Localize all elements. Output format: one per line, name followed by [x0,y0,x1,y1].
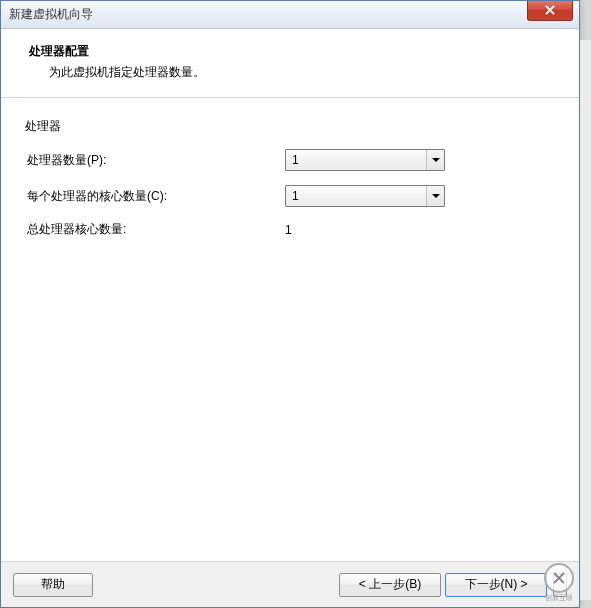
close-icon [544,5,556,15]
close-button[interactable] [527,1,573,21]
select-wrap-processor-count: 1 [285,149,445,171]
row-cores-per-processor: 每个处理器的核心数量(C): 1 [25,185,555,207]
header-panel: 处理器配置 为此虚拟机指定处理器数量。 [1,29,579,98]
row-total-cores: 总处理器核心数量: 1 [25,221,555,238]
select-value: 1 [292,189,299,203]
label-processor-count: 处理器数量(P): [27,152,285,169]
label-total-cores: 总处理器核心数量: [27,221,285,238]
group-label: 处理器 [25,118,555,135]
select-processor-count[interactable]: 1 [285,149,445,171]
select-cores-per-processor[interactable]: 1 [285,185,445,207]
button-label: < 上一步(B) [359,576,421,593]
select-wrap-cores-per-processor: 1 [285,185,445,207]
button-label: 下一步(N) > [465,576,528,593]
titlebar: 新建虚拟机向导 [1,1,579,29]
back-button[interactable]: < 上一步(B) [339,573,441,597]
partial-button[interactable] [553,573,567,597]
content-area: 处理器 处理器数量(P): 1 每个处理器的核心数量(C): 1 总处理器核心数… [1,98,579,538]
value-total-cores: 1 [285,223,292,237]
page-title: 处理器配置 [29,43,559,60]
button-label: 帮助 [41,576,65,593]
label-cores-per-processor: 每个处理器的核心数量(C): [27,188,285,205]
help-button[interactable]: 帮助 [13,573,93,597]
next-button[interactable]: 下一步(N) > [445,573,547,597]
select-value: 1 [292,153,299,167]
page-subtitle: 为此虚拟机指定处理器数量。 [29,64,559,81]
footer: 帮助 < 上一步(B) 下一步(N) > [1,561,579,607]
window-title: 新建虚拟机向导 [9,6,93,23]
wizard-window: 新建虚拟机向导 处理器配置 为此虚拟机指定处理器数量。 处理器 处理器数量(P)… [0,0,580,608]
row-processor-count: 处理器数量(P): 1 [25,149,555,171]
background-strip [580,40,591,600]
